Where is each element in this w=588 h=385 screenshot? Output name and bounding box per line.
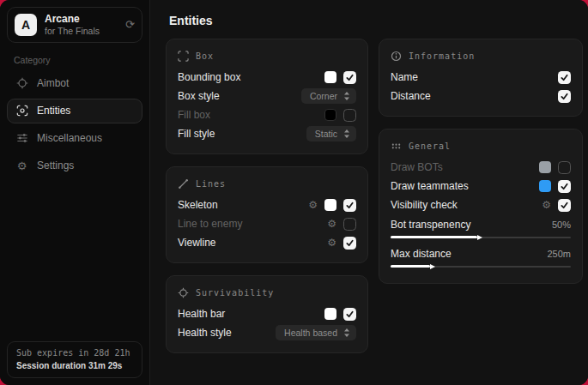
box-corners-icon <box>178 51 189 62</box>
color-swatch[interactable] <box>324 109 336 121</box>
left-column: Box Bounding box Box style <box>166 39 368 353</box>
checkbox[interactable] <box>558 90 571 103</box>
panel-title: Survivability <box>196 288 274 298</box>
box-style-dropdown[interactable]: Corner <box>301 88 356 104</box>
setting-row-visibility-check: Visibility check ⚙ <box>391 196 571 214</box>
setting-row-name: Name <box>391 68 571 87</box>
gear-icon[interactable]: ⚙ <box>542 200 551 210</box>
setting-row-health-bar: Health bar <box>178 304 356 323</box>
setting-label: Bounding box <box>178 71 240 83</box>
setting-row-fill-box: Fill box <box>178 105 356 124</box>
main-content: Entities Box B <box>150 0 588 385</box>
sub-expiry-text: Sub expires in 28d 21h <box>16 348 133 358</box>
checkbox[interactable] <box>343 71 356 84</box>
panel-survivability: Survivability Health bar Health style <box>166 275 368 353</box>
checkbox[interactable] <box>343 218 356 231</box>
setting-label: Bot transpenency <box>391 219 470 231</box>
checkbox[interactable] <box>343 308 356 321</box>
session-duration-text: Session duration 31m 29s <box>16 361 133 370</box>
setting-row-bounding-box: Bounding box <box>178 68 356 87</box>
dropdown-value: Health based <box>284 328 337 338</box>
setting-label: Box style <box>178 90 220 102</box>
logo-text: Arcane for The Finals <box>45 13 100 37</box>
health-style-dropdown[interactable]: Health based <box>276 325 356 340</box>
gear-icon: ⚙ <box>15 159 28 172</box>
panel-information-header: Information <box>391 51 571 62</box>
panel-title: Lines <box>196 179 226 189</box>
scan-icon <box>15 105 28 117</box>
chevron-updown-icon <box>343 328 350 337</box>
app-title: Arcane <box>45 13 100 25</box>
panel-survivability-header: Survivability <box>178 287 356 298</box>
dropdown-value: Corner <box>310 91 337 101</box>
panel-title: Information <box>409 51 475 61</box>
checkbox[interactable] <box>343 237 356 250</box>
refresh-icon[interactable]: ⟳ <box>125 19 135 30</box>
setting-label: Line to enemy <box>178 218 242 230</box>
panel-title: General <box>409 141 451 151</box>
category-label: Category <box>7 43 142 71</box>
sidebar-item-label: Settings <box>37 159 74 171</box>
setting-row-draw-bots: Draw BOTs <box>391 158 571 177</box>
sidebar-item-entities[interactable]: Entities <box>7 99 142 123</box>
setting-label: Skeleton <box>178 199 218 211</box>
setting-label: Viewline <box>178 237 215 249</box>
checkbox[interactable] <box>343 199 356 212</box>
checkbox[interactable] <box>558 71 571 84</box>
checkbox[interactable] <box>558 161 571 174</box>
max-distance-slider[interactable] <box>391 262 571 270</box>
right-column: Information Name Distance <box>379 39 583 353</box>
gear-icon[interactable]: ⚙ <box>327 219 336 229</box>
color-swatch[interactable] <box>539 161 551 173</box>
line-segment-icon <box>178 178 189 189</box>
chevron-updown-icon <box>343 129 350 138</box>
slider-fill <box>391 265 430 268</box>
slider-value: 250m <box>547 249 571 259</box>
sidebar-nav: Aimbot Entities <box>7 71 142 178</box>
bot-transparency-slider[interactable] <box>391 233 571 241</box>
setting-row-fill-style: Fill style Static <box>178 124 356 143</box>
setting-row-box-style: Box style Corner <box>178 87 356 105</box>
setting-label: Draw teammates <box>391 180 469 192</box>
setting-row-health-style: Health style Health based <box>178 323 356 342</box>
sidebar-item-label: Entities <box>37 105 70 117</box>
color-swatch[interactable] <box>324 199 336 211</box>
sidebar: A Arcane for The Finals ⟳ Category Aimbo… <box>0 0 150 385</box>
chevron-updown-icon <box>343 92 350 100</box>
color-swatch[interactable] <box>324 71 336 83</box>
page-title: Entities <box>169 14 583 27</box>
panel-box-header: Box <box>178 51 356 62</box>
setting-label: Fill box <box>178 109 210 121</box>
setting-label: Distance <box>391 90 431 102</box>
checkbox[interactable] <box>343 109 356 122</box>
sidebar-item-settings[interactable]: ⚙ Settings <box>7 153 142 178</box>
panel-title: Box <box>196 51 214 61</box>
grid-dots-icon <box>391 141 402 152</box>
sidebar-item-label: Aimbot <box>37 77 69 89</box>
color-swatch[interactable] <box>539 180 551 192</box>
checkbox[interactable] <box>558 180 571 193</box>
subscription-info-card: Sub expires in 28d 21h Session duration … <box>7 341 142 378</box>
setting-label: Fill style <box>178 128 215 140</box>
setting-label: Max distance <box>391 248 452 260</box>
gear-icon[interactable]: ⚙ <box>327 238 336 248</box>
fill-style-dropdown[interactable]: Static <box>306 126 356 141</box>
panel-box: Box Bounding box Box style <box>166 39 368 154</box>
setting-label: Visibility check <box>391 199 458 211</box>
setting-row-line-to-enemy: Line to enemy ⚙ <box>178 214 356 233</box>
panel-lines-header: Lines <box>178 178 356 189</box>
crosshair-icon <box>15 77 28 90</box>
panel-lines: Lines Skeleton ⚙ Line to enemy <box>166 166 368 263</box>
app-subtitle: for The Finals <box>45 26 100 37</box>
setting-row-distance: Distance <box>391 87 571 105</box>
color-swatch[interactable] <box>324 308 336 320</box>
sidebar-item-aimbot[interactable]: Aimbot <box>7 71 142 96</box>
sidebar-item-miscellaneous[interactable]: Miscellaneous <box>7 126 142 151</box>
sliders-icon <box>15 132 28 145</box>
slider-fill <box>391 236 477 238</box>
setting-row-viewline: Viewline ⚙ <box>178 233 356 252</box>
checkbox[interactable] <box>558 199 571 212</box>
life-reticle-icon <box>178 287 189 298</box>
gear-icon[interactable]: ⚙ <box>308 200 318 210</box>
panel-information: Information Name Distance <box>379 39 583 117</box>
